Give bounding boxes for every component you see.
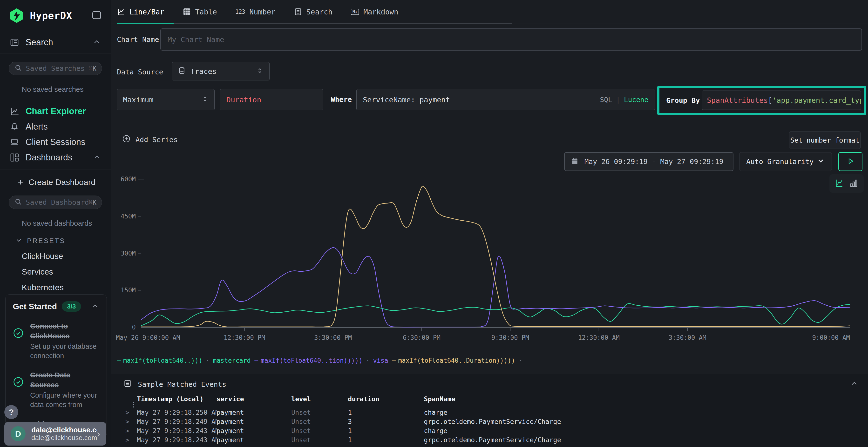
tab-number[interactable]: 123 Number — [235, 8, 276, 16]
user-email: dale@clickhouse.com — [31, 426, 97, 434]
sidebar-item-preset-kubernetes[interactable]: Kubernetes — [0, 276, 111, 292]
saved-searches-placeholder: Saved Searches — [26, 64, 89, 72]
tab-label: Table — [195, 8, 217, 16]
table-cell: charge — [424, 409, 845, 416]
presets-toggle[interactable]: PRESETS — [0, 227, 111, 245]
column-header[interactable]: Timestamp (Local) — [137, 395, 217, 403]
run-query-button[interactable] — [838, 152, 863, 171]
date-range-picker[interactable]: May 26 09:29:19 - May 27 09:29:19 — [564, 152, 734, 171]
tab-markdown[interactable]: M↓ Markdown — [351, 8, 398, 16]
sidebar-item-search[interactable]: Search — [0, 31, 111, 54]
events-panel-header[interactable]: Sample Matched Events — [123, 379, 858, 389]
table-row[interactable]: >May 27 9:29:18.249 AMpaymentUnset3grpc.… — [111, 417, 868, 426]
sidebar-item-preset-services[interactable]: Services — [0, 261, 111, 276]
table-cell: grpc.oteldemo.PaymentService/Charge — [424, 418, 845, 425]
aggregation-select[interactable]: Maximum — [117, 89, 215, 110]
get-started-item[interactable]: Connect to ClickHouseSet up your databas… — [13, 321, 99, 360]
events-table-header: Timestamp (Local)⋮service⋮level⋮duration… — [111, 397, 868, 408]
legend-dash-icon: — — [117, 357, 121, 364]
where-query-input[interactable]: ServiceName: payment SQL | Lucene — [356, 89, 655, 110]
check-circle-icon — [13, 328, 24, 360]
table-row[interactable]: >May 27 9:29:18.243 AMpaymentUnset1grpc.… — [111, 436, 868, 445]
chevron-up-icon[interactable] — [850, 379, 858, 389]
user-org: dale@clickhouse.com's — [31, 434, 97, 442]
chart-canvas[interactable]: 0150M300M450M600MMay 26 9:00:00 AM12:30:… — [115, 171, 862, 359]
help-button[interactable]: ? — [4, 405, 18, 419]
chart-name-input[interactable]: My Chart Name — [160, 28, 862, 50]
set-number-format-button[interactable]: Set number format — [789, 132, 861, 149]
add-series-button[interactable]: Add Series — [122, 134, 178, 145]
hyperdx-logo-icon — [9, 8, 25, 24]
search-icon — [14, 198, 23, 207]
tab-line-bar[interactable]: Line/Bar — [117, 8, 164, 16]
no-saved-dashboards-text: No saved dashboards — [0, 209, 111, 227]
sidebar-item-alerts[interactable]: Alerts — [0, 119, 111, 134]
sql-toggle[interactable]: SQL — [600, 96, 612, 104]
table-cell: May 27 9:29:18.243 AM — [137, 427, 217, 435]
sidebar-item-preset-clickhouse[interactable]: ClickHouse — [0, 245, 111, 261]
chevron-up-icon — [92, 38, 101, 47]
saved-searches-input[interactable]: Saved Searches ⌘K — [9, 62, 102, 75]
lucene-toggle[interactable]: Lucene — [624, 96, 648, 104]
svg-text:0: 0 — [132, 324, 136, 331]
data-source-select[interactable]: Traces — [172, 62, 270, 80]
user-menu[interactable]: D dale@clickhouse.com dale@clickhouse.co… — [4, 422, 106, 446]
legend-item[interactable]: —maxIf(toFloat640..tion)))))·visa — [254, 357, 388, 364]
sidebar-item-label: Dashboards — [26, 152, 72, 163]
chevron-up-icon — [91, 302, 99, 311]
svg-text:3:30:00 PM: 3:30:00 PM — [314, 334, 352, 341]
table-row[interactable]: >May 27 9:29:18.243 AMpaymentUnset1charg… — [111, 426, 868, 436]
svg-text:6:30:00 PM: 6:30:00 PM — [403, 334, 440, 341]
column-header[interactable]: ⋮duration — [348, 395, 424, 403]
table-cell: payment — [217, 409, 291, 416]
table-cell: 3 — [348, 418, 424, 425]
sidebar-item-client-sessions[interactable]: Client Sessions — [0, 134, 111, 150]
table-menu-icon[interactable]: ⋮ — [125, 401, 137, 408]
expand-row-icon[interactable]: > — [125, 436, 137, 444]
column-header[interactable]: ⋮level — [291, 395, 348, 403]
get-started-card: Get Started 3/3 Connect to ClickHouseSet… — [5, 294, 107, 437]
table-cell: payment — [217, 418, 291, 425]
svg-text:3:30:00 AM: 3:30:00 AM — [669, 334, 707, 341]
svg-text:300M: 300M — [121, 250, 136, 257]
legend-item[interactable]: —maxIf(toFloat640..Duration)))))· — [392, 357, 526, 364]
table-cell: 1 — [348, 436, 424, 444]
get-started-header[interactable]: Get Started 3/3 — [13, 301, 99, 312]
legend-item[interactable]: —maxIf(toFloat640..)))·mastercard — [117, 357, 251, 364]
where-label: Where — [331, 95, 352, 104]
group-by-label: Group By — [666, 96, 700, 105]
database-icon — [178, 67, 186, 76]
create-dashboard-label: Create Dashboard — [28, 177, 95, 187]
no-saved-searches-text: No saved searches — [0, 75, 111, 94]
create-dashboard-button[interactable]: + Create Dashboard — [0, 170, 111, 187]
table-cell: May 27 9:29:18.243 AM — [137, 436, 217, 444]
sidebar: HyperDX Search Saved Searches ⌘K No save… — [0, 0, 111, 447]
tab-track — [117, 23, 513, 24]
get-started-item[interactable]: Create Data SourcesConfigure where your … — [13, 370, 99, 409]
table-cell: 1 — [348, 409, 424, 416]
sidebar-item-dashboards[interactable]: Dashboards — [0, 150, 111, 165]
collapse-sidebar-icon[interactable] — [91, 10, 102, 22]
granularity-select[interactable]: Auto Granularity — [739, 152, 832, 171]
group-by-input[interactable]: SpanAttributes['app.payment.card_type'] — [702, 91, 861, 110]
chevron-down-icon — [15, 237, 23, 245]
svg-text:9:30:00 PM: 9:30:00 PM — [491, 334, 529, 341]
saved-dashboards-input[interactable]: Saved Dashboards ⌘K — [9, 196, 102, 209]
tab-search[interactable]: Search — [294, 8, 333, 16]
sidebar-item-chart-explorer[interactable]: Chart Explorer — [0, 104, 111, 119]
layout-grid-icon — [10, 152, 19, 163]
active-tab-underline — [117, 23, 174, 24]
field-select[interactable]: Duration — [220, 89, 323, 110]
table-cell: Unset — [291, 409, 348, 416]
expand-row-icon[interactable]: > — [125, 409, 137, 416]
expand-row-icon[interactable]: > — [125, 427, 137, 435]
column-header[interactable]: ⋮SpanName — [424, 395, 845, 403]
sidebar-item-label: Chart Explorer — [26, 106, 86, 116]
legend-series-name: maxIf(toFloat640..tion))))) — [261, 357, 363, 364]
column-header[interactable]: ⋮service — [217, 395, 291, 403]
sidebar-item-label: Search — [26, 37, 53, 47]
group-by-arg: 'app.payment.card_type' — [772, 96, 861, 105]
expand-row-icon[interactable]: > — [125, 418, 137, 425]
table-row[interactable]: >May 27 9:29:18.250 AMpaymentUnset1charg… — [111, 408, 868, 417]
tab-table[interactable]: Table — [183, 8, 217, 16]
